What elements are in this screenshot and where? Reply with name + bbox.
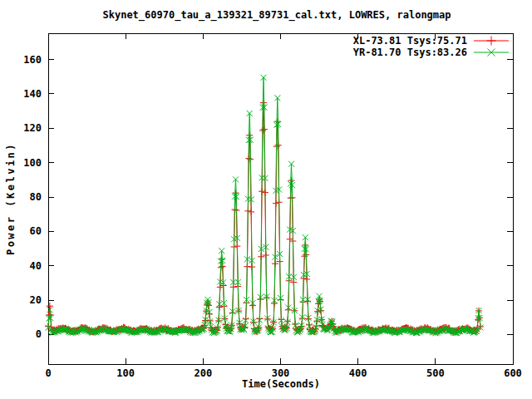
x-tick-label: 600 xyxy=(504,367,522,379)
y-tick-label: 40 xyxy=(30,260,42,272)
y-tick-label: 140 xyxy=(23,88,42,100)
x-tick-label: 200 xyxy=(194,367,212,379)
y-tick-label: 160 xyxy=(23,54,42,66)
x-tick-label: 100 xyxy=(116,367,135,379)
x-axis-label: Time(Seconds) xyxy=(242,378,320,390)
y-tick-label: 120 xyxy=(23,122,42,134)
legend-samples xyxy=(474,37,509,57)
x-tick-label: 300 xyxy=(272,367,290,379)
y-axis-label: Power (Kelvin) xyxy=(5,142,17,255)
x-tick-label: 400 xyxy=(349,367,367,379)
legend-plus-marker xyxy=(487,37,496,46)
y-tick-label: 60 xyxy=(30,225,42,237)
chart-title: Skynet_60970_tau_a_139321_89731_cal.txt,… xyxy=(102,9,451,22)
y-tick-label: 80 xyxy=(30,191,42,203)
legend: XL-73.81 Tsys:75.71 YR-81.70 Tsys:83.26 xyxy=(353,35,509,58)
y-tick-label: 20 xyxy=(30,294,42,306)
data-series-layer xyxy=(45,75,484,337)
y-tick-label: 100 xyxy=(23,157,42,169)
legend-label-yr: YR-81.70 Tsys:83.26 xyxy=(353,47,467,58)
x-tick-label: 0 xyxy=(45,367,51,379)
series-yr xyxy=(46,75,484,337)
gnuplot-window: Skynet_60970_tau_a_139321_89731_cal.txt,… xyxy=(0,0,532,399)
legend-label-xl: XL-73.81 Tsys:75.71 xyxy=(353,35,467,47)
y-tick-label: 0 xyxy=(36,328,42,340)
plot-border xyxy=(48,33,513,364)
x-tick-label: 500 xyxy=(426,367,445,379)
power-vs-time-chart: Skynet_60970_tau_a_139321_89731_cal.txt,… xyxy=(0,0,532,399)
